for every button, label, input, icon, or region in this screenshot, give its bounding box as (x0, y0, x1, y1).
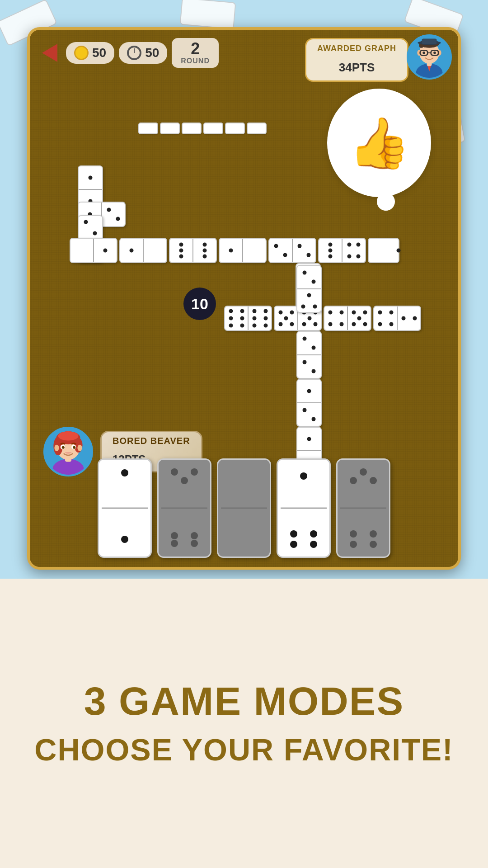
game-board: 50 50 2 ROUND AWARDED GRAPH 34PTS (27, 27, 461, 570)
domino-piece (219, 238, 267, 263)
domino-piece (368, 238, 399, 263)
svg-point-25 (77, 445, 82, 451)
domino-piece (296, 379, 322, 427)
opponent-avatar-image (408, 36, 450, 78)
domino-piece (224, 306, 272, 331)
coins-value: 50 (92, 46, 106, 60)
domino-piece (169, 238, 217, 263)
game-modes-title: 3 GAME MODES (84, 679, 404, 723)
round-indicator: 2 ROUND (172, 38, 219, 68)
awarded-points: 34PTS (317, 53, 396, 76)
player-hand (30, 458, 458, 558)
svg-point-12 (422, 52, 425, 54)
round-number: 2 (191, 41, 200, 57)
domino-piece (296, 265, 322, 313)
svg-point-13 (433, 52, 436, 54)
hand-domino-1[interactable] (98, 458, 152, 558)
hand-domino-bottom (282, 513, 326, 552)
thumbs-up-emoji: 👍 (348, 114, 410, 172)
score-badge-10: 10 (183, 288, 216, 320)
awarded-panel: AWARDED GRAPH 34PTS (305, 38, 408, 82)
hand-domino-2[interactable] (157, 458, 211, 558)
awarded-label: AWARDED GRAPH (317, 44, 396, 53)
hand-domino-top (103, 465, 147, 504)
hand-domino-top (282, 465, 326, 504)
svg-point-29 (73, 446, 75, 449)
domino-piece (324, 306, 371, 331)
svg-rect-15 (422, 39, 436, 44)
svg-point-28 (62, 446, 65, 449)
timer-icon (127, 46, 141, 60)
hand-domino-bottom (162, 513, 206, 552)
coins-stat: 50 (66, 42, 114, 64)
coin-icon (74, 46, 89, 60)
hand-domino-5[interactable] (336, 458, 390, 558)
hand-domino-top (341, 465, 385, 504)
hand-domino-bottom (341, 513, 385, 552)
svg-point-24 (54, 445, 59, 451)
round-label: ROUND (181, 57, 210, 65)
opponent-avatar (407, 34, 452, 80)
timer-stat: 50 (119, 42, 167, 64)
hand-domino-bottom (103, 513, 147, 552)
hand-domino-4[interactable] (277, 458, 331, 558)
domino-piece (119, 238, 167, 263)
score-badge-value: 10 (191, 295, 208, 313)
hand-domino-top (162, 465, 206, 504)
svg-point-23 (58, 431, 79, 440)
thumbs-up-bubble: 👍 (327, 89, 431, 197)
hand-domino-3[interactable] (217, 458, 271, 558)
bottom-section: 3 GAME MODES CHOOSE YOUR FAVORITE! (0, 579, 488, 868)
choose-subtitle: CHOOSE YOUR FAVORITE! (34, 732, 453, 767)
back-button[interactable] (38, 41, 61, 65)
top-bar: 50 50 2 ROUND (38, 38, 219, 68)
player-name: BORED BEAVER (113, 436, 190, 446)
timer-value: 50 (145, 46, 159, 60)
domino-piece (318, 238, 366, 263)
domino-piece (296, 331, 322, 379)
domino-piece (70, 238, 117, 263)
opponent-hand-indicator (138, 123, 267, 134)
domino-piece (268, 238, 316, 263)
domino-piece (373, 306, 421, 331)
